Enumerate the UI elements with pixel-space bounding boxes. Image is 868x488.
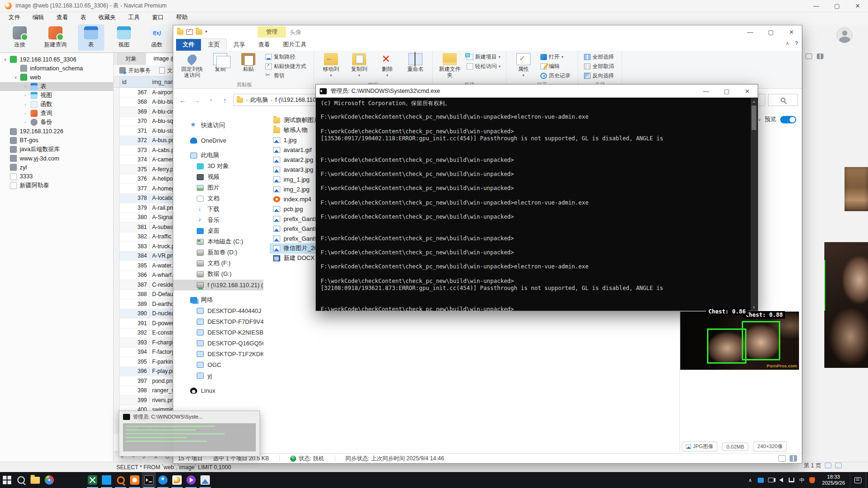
list-item[interactable]: avatar3.jpg bbox=[270, 165, 316, 175]
sidebar-item[interactable]: 视频 bbox=[173, 172, 263, 183]
taskbar-search-tool-icon[interactable] bbox=[114, 472, 128, 488]
list-item[interactable]: index.mp4 bbox=[270, 194, 315, 204]
ribbon-button[interactable]: 轻松访问 ▾ bbox=[465, 61, 502, 71]
ribbon-button[interactable]: 全部选择 bbox=[582, 52, 618, 61]
scroll-down-icon[interactable]: ▼ bbox=[751, 304, 757, 311]
taskbar-orange-app-icon[interactable] bbox=[128, 472, 142, 488]
sidebar-item[interactable]: 本地磁盘 (C:) bbox=[173, 236, 263, 247]
manage-ribbon-label[interactable]: 管理 bbox=[258, 26, 286, 38]
tree-item[interactable]: › 查询 bbox=[0, 109, 113, 118]
ribbon-button[interactable]: 复制到 ▾ bbox=[346, 52, 372, 80]
ribbon-button[interactable]: 重命名 bbox=[402, 52, 429, 80]
taskbar-navicat-icon[interactable] bbox=[170, 472, 184, 488]
sidebar-item[interactable]: 新加卷 (D:) bbox=[173, 247, 263, 258]
expander-icon[interactable]: › bbox=[24, 102, 31, 107]
ribbon-button[interactable]: 全部取消 bbox=[582, 61, 618, 71]
sidebar-item[interactable]: DESKTOP-F7DF9V4 bbox=[173, 316, 263, 327]
sidebar-item[interactable]: 下载 bbox=[173, 204, 263, 215]
ribbon-button[interactable]: 历史记录 bbox=[538, 71, 574, 80]
taskbar-clock[interactable]: 18:33 2025/9/26 bbox=[817, 472, 850, 488]
ribbon-tab[interactable]: 图片工具 bbox=[277, 39, 313, 51]
tree-item[interactable]: java后端数据库 bbox=[0, 145, 113, 154]
tree-item[interactable]: › 视图 bbox=[0, 91, 113, 100]
object-tab[interactable]: 对象 bbox=[117, 53, 145, 65]
search-input[interactable] bbox=[768, 94, 798, 106]
tray-chat-icon[interactable] bbox=[755, 472, 766, 488]
tree-item[interactable]: ∨ 192.168.110.65_3306 bbox=[0, 55, 113, 64]
details-view-icon[interactable] bbox=[778, 455, 786, 462]
tree-item[interactable]: zyl bbox=[0, 163, 113, 172]
ribbon-tab[interactable]: 文件 bbox=[176, 39, 201, 51]
sidebar-item[interactable]: DESKTOP-Q16GQ5G bbox=[173, 338, 263, 349]
tray-expand-icon[interactable]: ∧ bbox=[745, 472, 755, 488]
file-type-badge[interactable]: JPG图像 bbox=[682, 442, 717, 451]
tree-item[interactable]: 3333 bbox=[0, 172, 113, 181]
taskbar-explorer-icon[interactable] bbox=[28, 472, 42, 488]
ribbon-button[interactable]: 属性 ▾ bbox=[510, 52, 537, 80]
cmd-peek-popup[interactable]: 管理员: C:\WINDOWS\Syste... bbox=[119, 411, 260, 457]
ribbon-button[interactable]: 剪切 bbox=[263, 71, 310, 80]
sidebar-item[interactable]: OneDrive bbox=[173, 135, 263, 146]
taskbar-vscode-icon[interactable] bbox=[100, 472, 114, 488]
tree-item[interactable]: ∨ web bbox=[0, 73, 113, 82]
taskbar-photos-icon[interactable] bbox=[198, 472, 212, 488]
input-method-indicator[interactable]: 中 bbox=[797, 472, 807, 488]
cmd-scrollbar[interactable]: ▲ ▼ bbox=[751, 98, 757, 311]
taskbar-excel-icon[interactable] bbox=[85, 472, 100, 488]
list-item[interactable]: avatar1.gif bbox=[270, 145, 315, 155]
list-item[interactable]: img_1.jpg bbox=[270, 175, 313, 184]
sidebar-item[interactable]: 音乐 bbox=[173, 215, 263, 226]
toolbar-button[interactable]: 函数 bbox=[144, 24, 170, 51]
ribbon-button[interactable]: 粘贴快捷方式 bbox=[263, 61, 310, 71]
ribbon-button[interactable]: 固定到快速访问 bbox=[179, 52, 205, 80]
ribbon-tab[interactable]: 共享 bbox=[227, 39, 252, 51]
show-desktop-button[interactable] bbox=[866, 472, 868, 488]
up-icon[interactable]: ↑ bbox=[219, 94, 230, 106]
ribbon-button[interactable]: 打开 ▾ bbox=[538, 52, 574, 61]
user-avatar-icon[interactable] bbox=[837, 27, 853, 43]
maximize-icon[interactable]: ▢ bbox=[716, 84, 737, 98]
taskbar-player-icon[interactable] bbox=[184, 472, 198, 488]
tree-item[interactable]: › 函数 bbox=[0, 100, 113, 109]
back-icon[interactable]: ← bbox=[177, 94, 188, 106]
tree-item[interactable]: www.yj-3d.com bbox=[0, 154, 113, 163]
expander-icon[interactable]: ∨ bbox=[14, 75, 20, 80]
ribbon-button[interactable]: 复制路径 bbox=[263, 52, 310, 61]
tree-item[interactable]: › 备份 bbox=[0, 118, 113, 127]
breadcrumb-this-pc[interactable]: 此电脑 bbox=[250, 96, 268, 104]
ribbon-button[interactable]: 粘贴 bbox=[235, 52, 261, 80]
sidebar-item[interactable]: yj bbox=[173, 370, 263, 381]
expander-icon[interactable]: › bbox=[24, 120, 31, 125]
sidebar-item[interactable]: 快速访问 bbox=[173, 120, 263, 131]
volume-icon[interactable] bbox=[776, 472, 786, 488]
folder-icon[interactable] bbox=[177, 29, 184, 35]
sidebar-item[interactable]: 数据 (G:) bbox=[173, 269, 263, 280]
tree-item[interactable]: 新疆阿勒泰 bbox=[0, 181, 113, 190]
sidebar-item[interactable]: DESKTOP-440440J bbox=[173, 305, 263, 316]
taskbar-start-button[interactable] bbox=[0, 472, 14, 488]
grid-toolbar-button[interactable]: 开始事务 bbox=[119, 67, 151, 75]
collapse-ribbon-icon[interactable]: ∧ bbox=[785, 40, 789, 46]
list-item[interactable]: 敏感人物 bbox=[270, 125, 311, 135]
toolbar-button[interactable]: 连接 bbox=[7, 24, 33, 51]
taskbar-blue-app-icon[interactable] bbox=[156, 472, 170, 488]
maximize-icon[interactable]: ▢ bbox=[760, 25, 781, 38]
tree-item[interactable]: 192.168.110.226 bbox=[0, 127, 113, 136]
sidebar-item[interactable]: 文档 bbox=[173, 193, 263, 204]
properties-shortcut-icon[interactable] bbox=[186, 29, 193, 35]
chevron-down-icon[interactable]: ∨ bbox=[758, 117, 761, 122]
recent-locations-icon[interactable]: ∨ bbox=[205, 94, 216, 106]
minimize-icon[interactable]: — bbox=[696, 84, 716, 98]
sidebar-item[interactable]: OGC bbox=[173, 359, 263, 370]
ribbon-button[interactable]: 新建文件夹 bbox=[437, 52, 463, 80]
minimize-icon[interactable]: — bbox=[740, 25, 760, 38]
menu-item[interactable]: 工具 bbox=[123, 13, 146, 23]
close-icon[interactable]: ✕ bbox=[737, 84, 758, 98]
scrollbar-thumb[interactable] bbox=[752, 106, 756, 130]
ribbon-button[interactable]: 编辑 bbox=[538, 61, 574, 71]
sidebar-item[interactable]: 文档 (F:) bbox=[173, 258, 263, 269]
tree-item[interactable]: BT-gos bbox=[0, 136, 113, 145]
list-item[interactable]: img_2.jpg bbox=[270, 184, 313, 194]
expander-icon[interactable]: › bbox=[24, 84, 31, 89]
menu-item[interactable]: 帮助 bbox=[170, 13, 193, 23]
